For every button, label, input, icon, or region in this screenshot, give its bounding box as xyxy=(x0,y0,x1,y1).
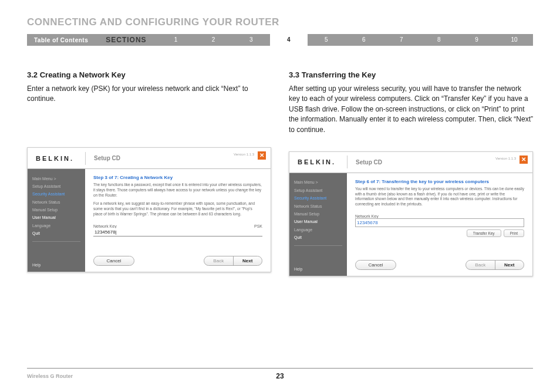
sidebar-item-setup-assistant[interactable]: Setup Assistant xyxy=(294,187,342,194)
nav-toc-link[interactable]: Table of Contents xyxy=(27,34,95,46)
sidebar-item-network-status[interactable]: Network Status xyxy=(32,198,80,206)
nav-bar: Table of Contents SECTIONS 1 2 3 4 5 6 7… xyxy=(27,34,533,46)
next-button[interactable]: Next xyxy=(234,256,262,265)
left-body: Enter a network key (PSK) for your wirel… xyxy=(27,84,271,131)
network-key-type: PSK xyxy=(254,224,262,228)
belkin-logo: BELKIN. xyxy=(28,155,85,162)
shot-header: BELKIN. Setup CD Version 1.1.3 ✕ xyxy=(28,148,271,169)
step-description-2: For a network key, we suggest an easy-to… xyxy=(93,201,262,217)
print-button[interactable]: Print xyxy=(504,229,524,237)
network-key-label: Network Key xyxy=(93,224,254,228)
nav-section-7[interactable]: 7 xyxy=(383,34,420,46)
step-description-1: The key functions like a password, excep… xyxy=(93,183,262,198)
back-next-group: Back Next xyxy=(204,256,262,266)
nav-section-10[interactable]: 10 xyxy=(495,34,533,46)
sidebar-item-main-menu[interactable]: Main Menu > xyxy=(32,175,80,183)
sidebar-item-network-status[interactable]: Network Status xyxy=(294,202,342,210)
sidebar-item-main-menu[interactable]: Main Menu > xyxy=(294,179,342,187)
nav-sections-label: SECTIONS xyxy=(95,34,157,46)
belkin-logo: BELKIN. xyxy=(289,158,347,165)
sidebar-item-security-assistant[interactable]: Security Assistant xyxy=(32,191,80,198)
shot-sidebar: Main Menu > Setup Assistant Security Ass… xyxy=(289,173,347,276)
sidebar-item-help[interactable]: Help xyxy=(294,267,302,271)
shot-main-panel: Step 6 of 7: Transferring the key to you… xyxy=(347,173,532,276)
nav-section-5[interactable]: 5 xyxy=(308,34,345,46)
nav-section-8[interactable]: 8 xyxy=(420,34,458,46)
nav-section-9[interactable]: 9 xyxy=(458,34,495,46)
cancel-button[interactable]: Cancel xyxy=(93,256,134,266)
setup-cd-label: Setup CD xyxy=(85,152,120,165)
transfer-key-button[interactable]: Transfer Key xyxy=(467,229,501,237)
step-title: Step 3 of 7: Creating a Network Key xyxy=(93,175,262,180)
cancel-button[interactable]: Cancel xyxy=(355,260,396,270)
version-label: Version 1.1.3 xyxy=(234,153,254,156)
sidebar-item-user-manual[interactable]: User Manual xyxy=(294,218,342,226)
sidebar-item-language[interactable]: Language xyxy=(32,222,80,229)
sidebar-item-quit[interactable]: Quit xyxy=(32,230,80,238)
back-button[interactable]: Back xyxy=(204,256,234,265)
sidebar-item-manual-setup[interactable]: Manual Setup xyxy=(32,207,80,214)
network-key-input[interactable] xyxy=(355,218,524,227)
nav-sections: 1 2 3 4 5 6 7 8 9 10 xyxy=(157,34,533,46)
close-icon[interactable]: ✕ xyxy=(519,156,528,164)
network-key-label: Network Key xyxy=(355,214,524,218)
version-label: Version 1.1.3 xyxy=(495,157,516,160)
next-button[interactable]: Next xyxy=(495,261,524,269)
step-description: You will now need to transfer the key to… xyxy=(355,187,524,207)
sidebar-item-quit[interactable]: Quit xyxy=(294,234,342,242)
nav-section-3[interactable]: 3 xyxy=(232,34,270,46)
screenshot-transfer-key: BELKIN. Setup CD Version 1.1.3 ✕ Main Me… xyxy=(289,151,533,276)
sidebar-item-manual-setup[interactable]: Manual Setup xyxy=(294,211,342,218)
nav-section-4[interactable]: 4 xyxy=(270,34,308,46)
close-icon[interactable]: ✕ xyxy=(258,151,266,160)
sidebar-divider xyxy=(294,245,342,246)
page-title: CONNECTING AND CONFIGURING YOUR ROUTER xyxy=(27,16,533,28)
step-title: Step 6 of 7: Transferring the key to you… xyxy=(355,179,524,184)
column-right: 3.3 Transferring the Key After setting u… xyxy=(289,70,533,276)
sidebar-item-security-assistant[interactable]: Security Assistant xyxy=(294,195,342,202)
column-left: 3.2 Creating a Network Key Enter a netwo… xyxy=(27,70,271,276)
footer-product-name: Wireless G Router xyxy=(27,373,73,379)
sidebar-divider xyxy=(32,241,80,242)
sidebar-item-setup-assistant[interactable]: Setup Assistant xyxy=(32,183,80,190)
nav-section-2[interactable]: 2 xyxy=(195,34,232,46)
right-body: After setting up your wireless security,… xyxy=(289,84,533,135)
back-next-group: Back Next xyxy=(465,260,524,270)
nav-section-6[interactable]: 6 xyxy=(345,34,383,46)
network-key-input[interactable] xyxy=(93,228,262,236)
setup-cd-label: Setup CD xyxy=(347,156,382,168)
nav-section-1[interactable]: 1 xyxy=(157,34,195,46)
footer-page-number: 23 xyxy=(276,372,284,380)
shot-header: BELKIN. Setup CD Version 1.1.3 ✕ xyxy=(289,152,532,173)
shot-sidebar: Main Menu > Setup Assistant Security Ass… xyxy=(28,169,85,272)
right-heading: 3.3 Transferring the Key xyxy=(289,70,533,79)
sidebar-item-help[interactable]: Help xyxy=(32,263,41,267)
sidebar-item-language[interactable]: Language xyxy=(294,226,342,234)
screenshot-create-key: BELKIN. Setup CD Version 1.1.3 ✕ Main Me… xyxy=(27,147,271,272)
sidebar-item-user-manual[interactable]: User Manual xyxy=(32,214,80,222)
page-footer: Wireless G Router 23 xyxy=(27,368,533,379)
shot-main-panel: Step 3 of 7: Creating a Network Key The … xyxy=(85,169,271,272)
back-button[interactable]: Back xyxy=(466,261,495,269)
left-heading: 3.2 Creating a Network Key xyxy=(27,70,271,79)
